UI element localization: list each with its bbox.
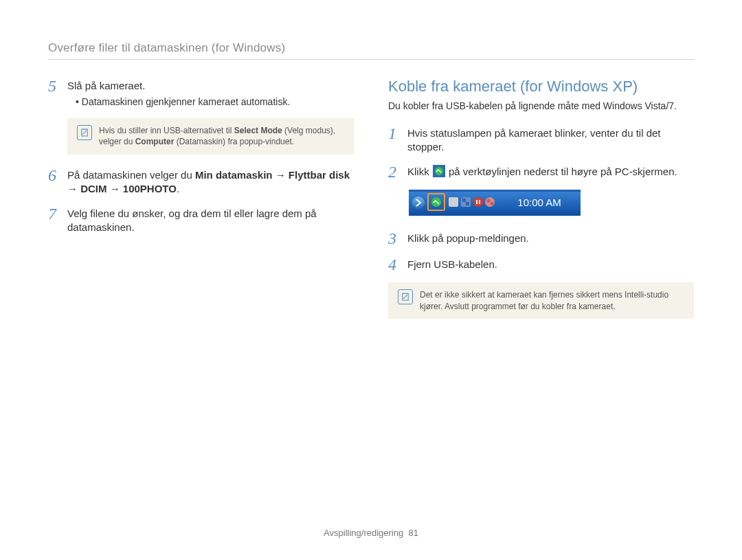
- step-number: 4: [388, 256, 402, 273]
- note-text-part: (Datamaskin) fra popup-vinduet.: [174, 137, 294, 146]
- footer-section: Avspilling/redigering: [324, 528, 403, 538]
- section-subtitle: Du kobler fra USB-kabelen på lignende må…: [388, 100, 694, 113]
- note-bold: Select Mode: [234, 126, 282, 135]
- step-1: 1 Hvis statuslampen på kameraet blinker,…: [388, 125, 694, 155]
- step-body: På datamaskinen velger du Min datamaskin…: [67, 167, 354, 197]
- content-columns: 5 Slå på kameraet. Datamaskinen gjenkjen…: [48, 78, 694, 331]
- svg-point-11: [473, 197, 483, 207]
- svg-point-14: [485, 197, 495, 207]
- step-number: 7: [48, 205, 62, 235]
- step-number: 5: [48, 78, 62, 109]
- note-box: Hvis du stiller inn USB-alternativet til…: [67, 118, 354, 154]
- step-number: 6: [48, 167, 62, 197]
- step-body: Velg filene du ønsker, og dra dem til el…: [67, 205, 354, 235]
- step-7: 7 Velg filene du ønsker, og dra dem til …: [48, 205, 354, 235]
- step-bullet: Datamaskinen gjenkjenner kameraet automa…: [67, 96, 354, 109]
- note-bold: Computer: [135, 137, 175, 146]
- page-header: Overføre filer til datamaskinen (for Win…: [48, 41, 694, 60]
- section-title: Koble fra kameraet (for Windows XP): [388, 78, 694, 96]
- step-text-part: Klikk: [407, 166, 432, 177]
- step-2: 2 Klikk på verktøylinjen nederst til høy…: [388, 164, 694, 180]
- svg-point-15: [487, 199, 491, 203]
- step-number: 1: [388, 125, 402, 155]
- note-icon: [77, 125, 92, 140]
- note-box: Det er ikke sikkert at kameraet kan fjer…: [388, 282, 694, 318]
- step-4: 4 Fjern USB-kabelen.: [388, 256, 694, 273]
- note-icon: [398, 289, 413, 304]
- step-number: 3: [388, 230, 402, 247]
- note-text: Det er ikke sikkert at kameraet kan fjer…: [420, 289, 684, 311]
- systray-screenshot: 10:00 AM: [409, 190, 694, 218]
- right-column: Koble fra kameraet (for Windows XP) Du k…: [388, 78, 694, 331]
- left-column: 5 Slå på kameraet. Datamaskinen gjenkjen…: [48, 78, 354, 331]
- svg-point-16: [491, 202, 494, 205]
- step-text: Slå på kameraet.: [67, 80, 145, 91]
- note-text-part: Hvis du stiller inn USB-alternativet til: [99, 126, 234, 135]
- page-footer: Avspilling/redigering 81: [0, 528, 742, 538]
- document-page: Overføre filer til datamaskinen (for Win…: [0, 0, 742, 560]
- step-body: Slå på kameraet. Datamaskinen gjenkjenne…: [67, 78, 354, 109]
- step-text-part: på verktøylinjen nederst til høyre på PC…: [449, 166, 677, 177]
- safely-remove-icon: [433, 165, 445, 177]
- tray-time: 10:00 AM: [517, 197, 561, 208]
- step-3: 3 Klikk på popup-meldingen.: [388, 230, 694, 247]
- svg-rect-9: [462, 199, 466, 202]
- svg-rect-13: [479, 200, 480, 204]
- step-text-part: .: [177, 183, 179, 194]
- svg-rect-7: [449, 197, 458, 207]
- step-body: Hvis statuslampen på kameraet blinker, v…: [407, 125, 694, 155]
- note-text: Hvis du stiller inn USB-alternativet til…: [99, 125, 344, 147]
- svg-rect-12: [476, 200, 477, 204]
- step-5: 5 Slå på kameraet. Datamaskinen gjenkjen…: [48, 78, 354, 109]
- step-number: 2: [388, 164, 402, 180]
- step-6: 6 På datamaskinen velger du Min datamask…: [48, 167, 354, 197]
- svg-point-4: [412, 197, 425, 209]
- step-text-part: På datamaskinen velger du: [67, 169, 195, 181]
- svg-rect-3: [409, 190, 581, 192]
- footer-page: 81: [408, 528, 418, 538]
- svg-rect-10: [466, 202, 469, 205]
- step-body: Klikk på popup-meldingen.: [407, 230, 694, 247]
- step-body: Klikk på verktøylinjen nederst til høyre…: [407, 164, 694, 180]
- step-body: Fjern USB-kabelen.: [407, 256, 694, 273]
